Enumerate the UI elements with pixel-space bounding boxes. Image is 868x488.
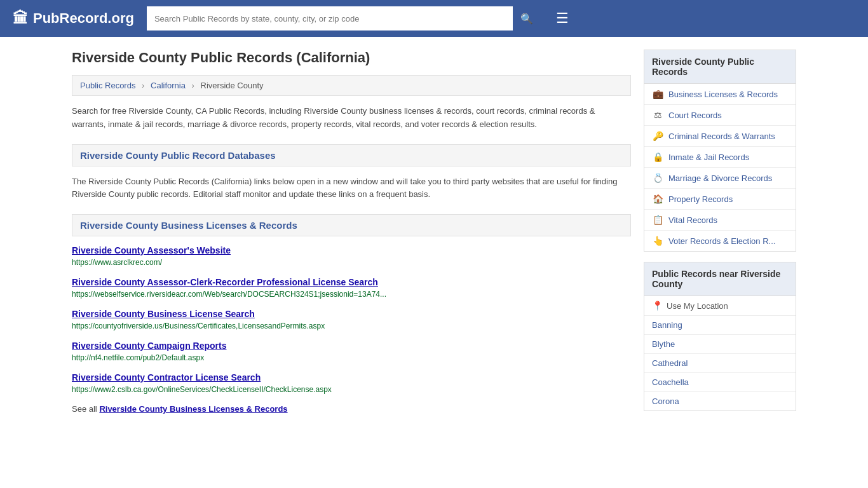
record-entry-3: Riverside County Campaign Reports http:/…	[72, 341, 631, 362]
record-entry-0: Riverside County Assessor's Website http…	[72, 245, 631, 267]
hamburger-icon: ☰	[556, 10, 569, 26]
sidebar-item-label-property: Property Records	[668, 194, 733, 204]
main-content: Riverside County Public Records (Califor…	[72, 50, 631, 421]
breadcrumb-current: Riverside County	[201, 81, 264, 90]
logo-text: PubRecord.org	[33, 10, 134, 27]
sidebar-item-label-business: Business Licenses & Records	[668, 90, 778, 99]
nearby-city-banning[interactable]: Banning	[644, 316, 796, 335]
record-entry-1: Riverside County Assessor-Clerk-Recorder…	[72, 277, 631, 299]
see-all-link[interactable]: Riverside County Business Licenses & Rec…	[99, 404, 287, 414]
nearby-city-blythe[interactable]: Blythe	[644, 335, 796, 354]
content-wrapper: Riverside County Public Records (Califor…	[59, 37, 809, 421]
search-input[interactable]	[147, 6, 513, 30]
sidebar: Riverside County Public Records 💼 Busine…	[644, 50, 796, 421]
see-all-text: See all Riverside County Business Licens…	[72, 404, 631, 414]
nearby-city-coachella[interactable]: Coachella	[644, 373, 796, 392]
record-entry-4: Riverside County Contractor License Sear…	[72, 372, 631, 394]
menu-button[interactable]: ☰	[553, 10, 571, 27]
inmate-icon: 🔒	[652, 152, 663, 162]
county-records-title: Riverside County Public Records	[644, 50, 796, 84]
record-url-link-1[interactable]: https://webselfservice.riversideacr.com/…	[72, 290, 386, 299]
voter-icon: 👆	[652, 236, 663, 246]
location-pin-icon: 📍	[652, 301, 663, 311]
breadcrumb-sep-1: ›	[142, 81, 144, 90]
databases-description: The Riverside County Public Records (Cal…	[72, 175, 631, 202]
nearby-box-title: Public Records near Riverside County	[644, 262, 796, 296]
marriage-icon: 💍	[652, 173, 663, 183]
record-title-link-4[interactable]: Riverside County Contractor License Sear…	[72, 372, 631, 383]
sidebar-item-label-voter: Voter Records & Election R...	[668, 236, 775, 246]
record-entry-2: Riverside County Business License Search…	[72, 309, 631, 330]
record-title-link-0[interactable]: Riverside County Assessor's Website	[72, 245, 631, 255]
sidebar-item-label-marriage: Marriage & Divorce Records	[668, 173, 772, 183]
record-title-link-3[interactable]: Riverside County Campaign Reports	[72, 341, 631, 351]
record-url-link-4[interactable]: https://www2.cslb.ca.gov/OnlineServices/…	[72, 385, 332, 394]
record-title-link-1[interactable]: Riverside County Assessor-Clerk-Recorder…	[72, 277, 631, 287]
sidebar-item-inmate[interactable]: 🔒 Inmate & Jail Records	[644, 147, 796, 168]
sidebar-item-vital[interactable]: 📋 Vital Records	[644, 210, 796, 231]
nearby-city-cathedral[interactable]: Cathedral	[644, 354, 796, 373]
sidebar-item-marriage[interactable]: 💍 Marriage & Divorce Records	[644, 168, 796, 189]
databases-section-heading: Riverside County Public Record Databases	[72, 144, 631, 166]
page-title: Riverside County Public Records (Califor…	[72, 50, 631, 66]
sidebar-item-label-inmate: Inmate & Jail Records	[668, 152, 749, 162]
property-icon: 🏠	[652, 194, 663, 204]
search-button[interactable]: 🔍	[513, 6, 541, 30]
vital-icon: 📋	[652, 215, 663, 225]
sidebar-item-voter[interactable]: 👆 Voter Records & Election R...	[644, 231, 796, 251]
sidebar-item-business[interactable]: 💼 Business Licenses & Records	[644, 84, 796, 105]
search-area: 🔍	[147, 6, 541, 30]
court-icon: ⚖	[652, 110, 663, 120]
business-icon: 💼	[652, 89, 663, 99]
sidebar-item-label-criminal: Criminal Records & Warrants	[668, 132, 775, 141]
business-section-heading: Riverside County Business Licenses & Rec…	[72, 214, 631, 236]
sidebar-item-criminal[interactable]: 🔑 Criminal Records & Warrants	[644, 126, 796, 147]
use-my-location-label: Use My Location	[667, 301, 728, 311]
record-title-link-2[interactable]: Riverside County Business License Search	[72, 309, 631, 319]
breadcrumb: Public Records › California › Riverside …	[72, 75, 631, 96]
record-url-link-2[interactable]: https://countyofriverside.us/Business/Ce…	[72, 322, 325, 330]
use-my-location-button[interactable]: 📍 Use My Location	[644, 296, 796, 316]
logo-icon: 🏛	[13, 10, 28, 27]
breadcrumb-sep-2: ›	[192, 81, 194, 90]
breadcrumb-link-california[interactable]: California	[151, 81, 186, 90]
search-icon: 🔍	[520, 13, 533, 25]
breadcrumb-link-public-records[interactable]: Public Records	[80, 81, 135, 90]
sidebar-item-property[interactable]: 🏠 Property Records	[644, 189, 796, 210]
page-description: Search for free Riverside County, CA Pub…	[72, 105, 631, 132]
criminal-icon: 🔑	[652, 131, 663, 141]
site-header: 🏛 PubRecord.org 🔍 ☰	[0, 0, 868, 37]
nearby-box: Public Records near Riverside County 📍 U…	[644, 262, 796, 411]
nearby-city-corona[interactable]: Corona	[644, 392, 796, 410]
sidebar-item-label-court: Court Records	[668, 111, 722, 120]
county-records-box: Riverside County Public Records 💼 Busine…	[644, 50, 796, 252]
logo[interactable]: 🏛 PubRecord.org	[13, 10, 134, 27]
sidebar-item-court[interactable]: ⚖ Court Records	[644, 105, 796, 126]
record-url-link-0[interactable]: https://www.asrclkrec.com/	[72, 258, 162, 267]
sidebar-item-label-vital: Vital Records	[668, 215, 717, 225]
record-url-link-3[interactable]: http://nf4.netfile.com/pub2/Default.aspx	[72, 353, 204, 362]
